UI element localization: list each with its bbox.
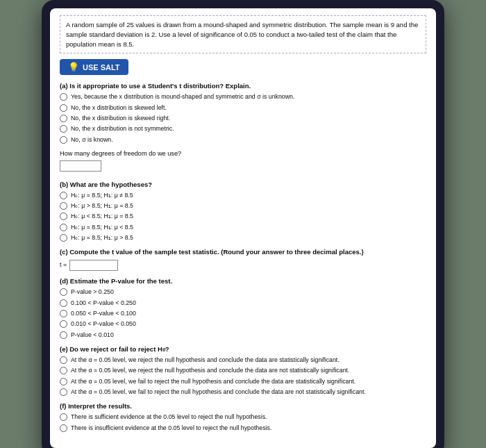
part-f-option-2[interactable]: There is insufficient evidence at the 0.… bbox=[60, 424, 426, 432]
part-e-option-4[interactable]: At the α = 0.05 level, we fail to reject… bbox=[60, 388, 426, 396]
part-e-option-2[interactable]: At the α = 0.05 level, we reject the nul… bbox=[60, 366, 426, 374]
salt-button-label: USE SALT bbox=[83, 63, 120, 72]
degrees-freedom-section: How many degrees of freedom do we use? bbox=[60, 150, 426, 174]
radio-circle[interactable] bbox=[60, 136, 67, 144]
part-b-option-5-text: H₀: μ = 8.5; H₁: μ > 8.5 bbox=[71, 233, 133, 242]
part-f-option-1[interactable]: There is sufficient evidence at the 0.05… bbox=[60, 413, 426, 421]
part-d-option-4[interactable]: 0.010 < P-value < 0.050 bbox=[60, 320, 426, 328]
radio-circle[interactable] bbox=[60, 331, 67, 339]
part-d-section: (d) Estimate the P-value for the test. P… bbox=[60, 277, 426, 339]
part-d-option-3[interactable]: 0.050 < P-value < 0.100 bbox=[60, 309, 426, 317]
radio-circle[interactable] bbox=[60, 288, 67, 296]
part-b-option-4[interactable]: H₀: μ = 8.5; H₁: μ < 8.5 bbox=[60, 223, 426, 231]
screen: A random sample of 25 values is drawn fr… bbox=[50, 8, 436, 448]
radio-circle[interactable] bbox=[60, 115, 67, 122]
radio-circle[interactable] bbox=[60, 93, 67, 101]
radio-circle[interactable] bbox=[60, 192, 67, 199]
radio-circle[interactable] bbox=[60, 320, 67, 328]
part-b-option-5[interactable]: H₀: μ = 8.5; H₁: μ > 8.5 bbox=[60, 233, 426, 242]
radio-circle[interactable] bbox=[60, 424, 67, 432]
radio-circle[interactable] bbox=[60, 224, 67, 231]
part-a-option-2[interactable]: No, the x distribution is skewed left. bbox=[60, 103, 426, 112]
part-a-option-5-text: No, σ is known. bbox=[71, 135, 113, 144]
radio-circle[interactable] bbox=[60, 125, 67, 133]
t-value-row: t = bbox=[60, 258, 426, 271]
radio-circle[interactable] bbox=[60, 356, 67, 364]
part-f-section: (f) Interpret the results. There is suff… bbox=[60, 402, 426, 432]
part-d-question: (d) Estimate the P-value for the test. bbox=[60, 277, 426, 285]
radio-circle[interactable] bbox=[60, 378, 67, 385]
part-b-option-3-text: H₀: μ < 8.5; H₁: μ = 8.5 bbox=[71, 212, 133, 220]
radio-circle[interactable] bbox=[60, 104, 67, 112]
part-d-option-5[interactable]: P-value < 0.010 bbox=[60, 331, 426, 339]
part-e-option-3-text: At the α = 0.05 level, we fail to reject… bbox=[71, 377, 355, 385]
radio-circle[interactable] bbox=[60, 388, 67, 396]
part-b-option-3[interactable]: H₀: μ < 8.5; H₁: μ = 8.5 bbox=[60, 212, 426, 220]
part-a-option-3-text: No, the x distribution is skewed right. bbox=[71, 114, 170, 122]
part-a-option-2-text: No, the x distribution is skewed left. bbox=[71, 103, 167, 112]
part-a-option-3[interactable]: No, the x distribution is skewed right. bbox=[60, 114, 426, 122]
part-d-option-5-text: P-value < 0.010 bbox=[71, 331, 114, 339]
use-salt-button[interactable]: 💡 USE SALT bbox=[60, 59, 128, 75]
part-b-option-1[interactable]: H₀: μ = 8.5; H₁: μ ≠ 8.5 bbox=[60, 191, 426, 199]
part-b-question: (b) What are the hypotheses? bbox=[60, 181, 426, 188]
part-e-option-1[interactable]: At the α = 0.05 level, we reject the nul… bbox=[60, 356, 426, 364]
radio-circle[interactable] bbox=[60, 413, 67, 421]
part-b-option-2-text: H₀: μ > 8.5; H₁: μ = 8.5 bbox=[71, 201, 133, 210]
part-b-option-2[interactable]: H₀: μ > 8.5; H₁: μ = 8.5 bbox=[60, 201, 426, 210]
radio-circle[interactable] bbox=[60, 367, 67, 374]
part-e-question: (e) Do we reject or fail to reject H₀? bbox=[60, 345, 426, 353]
part-a-option-4-text: No, the x distribution is not symmetric. bbox=[71, 124, 174, 133]
radio-circle[interactable] bbox=[60, 213, 67, 220]
t-value-input[interactable] bbox=[69, 260, 118, 271]
lamp-icon: 💡 bbox=[68, 62, 79, 72]
part-a-option-5[interactable]: No, σ is known. bbox=[60, 135, 426, 144]
radio-circle[interactable] bbox=[60, 310, 67, 317]
problem-description: A random sample of 25 values is drawn fr… bbox=[60, 15, 426, 53]
part-a-question: (a) Is it appropriate to use a Student's… bbox=[60, 82, 426, 90]
part-a-option-1-text: Yes, because the x distribution is mound… bbox=[71, 92, 294, 101]
tablet-frame: A random sample of 25 values is drawn fr… bbox=[42, 0, 444, 448]
part-d-option-3-text: 0.050 < P-value < 0.100 bbox=[71, 309, 136, 317]
part-e-option-3[interactable]: At the α = 0.05 level, we fail to reject… bbox=[60, 377, 426, 385]
part-f-option-1-text: There is sufficient evidence at the 0.05… bbox=[71, 413, 267, 421]
part-c-question: (c) Compute the t value of the sample te… bbox=[60, 248, 426, 256]
part-b-section: (b) What are the hypotheses? H₀: μ = 8.5… bbox=[60, 181, 426, 242]
part-d-option-2-text: 0.100 < P-value < 0.250 bbox=[71, 299, 136, 307]
part-e-option-4-text: At the α = 0.05 level, we fail to reject… bbox=[71, 388, 366, 396]
part-a-option-1[interactable]: Yes, because the x distribution is mound… bbox=[60, 92, 426, 101]
part-e-option-1-text: At the α = 0.05 level, we reject the nul… bbox=[71, 356, 340, 364]
t-value-label: t = bbox=[60, 261, 67, 268]
degrees-freedom-input[interactable] bbox=[60, 160, 101, 172]
part-b-option-1-text: H₀: μ = 8.5; H₁: μ ≠ 8.5 bbox=[71, 191, 133, 199]
part-d-option-2[interactable]: 0.100 < P-value < 0.250 bbox=[60, 299, 426, 307]
radio-circle[interactable] bbox=[60, 234, 67, 242]
part-c-section: (c) Compute the t value of the sample te… bbox=[60, 248, 426, 271]
part-b-option-4-text: H₀: μ = 8.5; H₁: μ < 8.5 bbox=[71, 223, 133, 231]
part-d-option-1[interactable]: P-value > 0.250 bbox=[60, 288, 426, 296]
part-e-section: (e) Do we reject or fail to reject H₀? A… bbox=[60, 345, 426, 396]
part-f-question: (f) Interpret the results. bbox=[60, 402, 426, 410]
part-d-option-1-text: P-value > 0.250 bbox=[71, 288, 114, 296]
part-d-option-4-text: 0.010 < P-value < 0.050 bbox=[71, 320, 136, 328]
part-f-option-2-text: There is insufficient evidence at the 0.… bbox=[71, 424, 271, 432]
part-a-option-4[interactable]: No, the x distribution is not symmetric. bbox=[60, 124, 426, 133]
radio-circle[interactable] bbox=[60, 299, 67, 307]
radio-circle[interactable] bbox=[60, 202, 67, 210]
part-e-option-2-text: At the α = 0.05 level, we reject the nul… bbox=[71, 366, 349, 374]
part-a-section: (a) Is it appropriate to use a Student's… bbox=[60, 82, 426, 144]
degrees-freedom-label: How many degrees of freedom do we use? bbox=[60, 150, 426, 157]
